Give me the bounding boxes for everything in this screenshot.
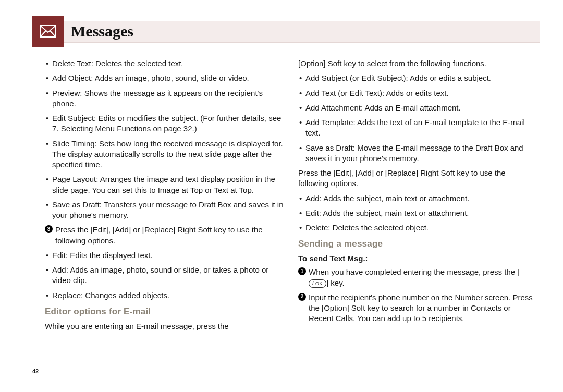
manual-page: Messages Delete Text: Deletes the select…: [0, 0, 563, 392]
section-title: Messages: [71, 21, 133, 42]
bullet-item: Replace: Changes added objects.: [45, 290, 284, 301]
numbered-step-3: 3 Press the [Edit], [Add] or [Replace] R…: [45, 225, 284, 246]
paragraph: While you are entering an E-mail message…: [45, 321, 284, 332]
bullet-item: Edit: Edits the displayed text.: [45, 250, 284, 261]
numbered-step-2: 2 Input the recipient's phone number on …: [298, 292, 537, 324]
subsection-heading: Sending a message: [298, 238, 537, 250]
step-badge-3: 3: [45, 225, 53, 233]
bullet-list: Delete Text: Deletes the selected text. …: [45, 58, 284, 220]
paragraph: [Option] Soft key to select from the fol…: [298, 58, 537, 69]
bullet-list: Edit: Edits the displayed text. Add: Add…: [45, 250, 284, 301]
page-number: 42: [32, 368, 39, 374]
envelope-icon: [40, 25, 56, 38]
bullet-item: Page Layout: Arranges the image and text…: [45, 174, 284, 195]
bullet-item: Add Object: Adds an image, photo, sound,…: [45, 73, 284, 83]
step-text-part: ] key.: [326, 278, 345, 287]
right-column: [Option] Soft key to select from the fol…: [298, 58, 537, 336]
bullet-item: Add Text (or Edit Text): Adds or edits t…: [298, 88, 537, 99]
step-text: Press the [Edit], [Add] or [Replace] Rig…: [55, 225, 263, 244]
bullet-item: Add: Adds an image, photo, sound or slid…: [45, 265, 284, 286]
bullet-item: Slide Timing: Sets how long the received…: [45, 139, 284, 170]
bullet-item: Add Subject (or Edit Subject): Adds or e…: [298, 73, 537, 83]
bullet-item: Delete Text: Deletes the selected text.: [45, 58, 284, 69]
bullet-item: Save as Draft: Moves the E-mail message …: [298, 143, 537, 164]
step-badge-1: 1: [298, 267, 306, 275]
bullet-item: Edit Subject: Edits or modifies the subj…: [45, 113, 284, 134]
numbered-step-1: 1 When you have completed entering the m…: [298, 267, 537, 288]
header-badge: [32, 16, 64, 47]
procedure-title: To send Text Msg.:: [298, 253, 537, 264]
subsection-heading: Editor options for E-mail: [45, 306, 284, 318]
bullet-item: Delete: Deletes the selected object.: [298, 223, 537, 233]
step-text-part: When you have completed entering the mes…: [309, 267, 519, 276]
content-columns: Delete Text: Deletes the selected text. …: [29, 58, 540, 336]
section-header: Messages: [29, 18, 540, 49]
bullet-item: Add: Adds the subject, main text or atta…: [298, 193, 537, 204]
bullet-list: Add Subject (or Edit Subject): Adds or e…: [298, 73, 537, 164]
left-column: Delete Text: Deletes the selected text. …: [45, 58, 284, 336]
ok-key-icon: / OK: [309, 279, 326, 288]
bullet-item: Preview: Shows the message as it appears…: [45, 88, 284, 109]
bullet-item: Edit: Adds the subject, main text or att…: [298, 208, 537, 218]
paragraph: Press the [Edit], [Add] or [Replace] Rig…: [298, 168, 537, 189]
bullet-item: Add Template: Adds the text of an E-mail…: [298, 117, 537, 139]
step-text: Input the recipient's phone number on th…: [309, 293, 533, 323]
bullet-item: Add Attachment: Adds an E-mail attachmen…: [298, 103, 537, 113]
bullet-list: Add: Adds the subject, main text or atta…: [298, 193, 537, 234]
bullet-item: Save as Draft: Transfers your message to…: [45, 200, 284, 221]
step-badge-2: 2: [298, 293, 306, 301]
